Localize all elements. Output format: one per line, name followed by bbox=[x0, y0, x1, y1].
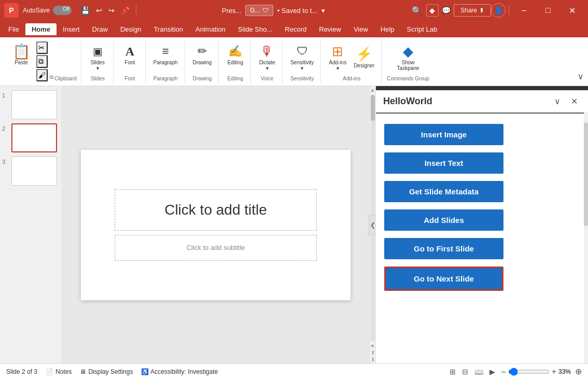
cut-button[interactable]: ✂ bbox=[36, 41, 48, 54]
main-area: 1 2 3 Click to add title Click to add su… bbox=[0, 86, 588, 363]
close-button[interactable]: ✕ bbox=[560, 2, 584, 19]
fit-to-window-button[interactable]: ⊕ bbox=[575, 367, 582, 376]
tab-record[interactable]: Record bbox=[278, 23, 313, 35]
display-label: Display Settings bbox=[88, 368, 133, 375]
go-to-first-slide-button[interactable]: Go to First Slide bbox=[384, 238, 503, 259]
slide-3-thumbnail[interactable] bbox=[11, 157, 57, 186]
quickaccess-button[interactable]: 📌 bbox=[118, 4, 133, 17]
copy-button[interactable]: ⧉ bbox=[36, 55, 48, 68]
panel-collapse-arrow[interactable]: ❮ bbox=[369, 215, 376, 235]
status-left: Slide 2 of 3 📄 Notes 🖥 Display Settings … bbox=[6, 368, 218, 375]
display-icon: 🖥 bbox=[80, 368, 86, 375]
tab-view[interactable]: View bbox=[347, 23, 374, 35]
format-painter-button[interactable]: 🖌 bbox=[36, 69, 48, 81]
zoom-out-button[interactable]: – bbox=[501, 367, 506, 376]
editing-button[interactable]: ✍ Editing bbox=[225, 41, 246, 67]
tab-transition[interactable]: Transition bbox=[147, 23, 189, 35]
paste-button[interactable]: 📋 Paste bbox=[8, 41, 34, 67]
show-taskpane-button[interactable]: ◆ Show Taskpane bbox=[395, 41, 422, 73]
scroll-up-arrow[interactable]: ▲ bbox=[370, 87, 375, 93]
search-button[interactable]: 🔍 bbox=[412, 6, 422, 16]
font-button[interactable]: A Font bbox=[119, 41, 141, 67]
scroll-prev-icon[interactable]: ⬆ bbox=[371, 350, 375, 356]
notes-icon: 📄 bbox=[46, 368, 53, 375]
slide-canvas[interactable]: Click to add title Click to add subtitle bbox=[81, 150, 351, 300]
clipboard-expand[interactable]: ⧉ bbox=[50, 74, 53, 81]
get-slide-metadata-button[interactable]: Get Slide Metadata bbox=[384, 181, 503, 202]
maximize-button[interactable]: □ bbox=[536, 2, 560, 19]
profile-button[interactable]: 👤 bbox=[491, 3, 506, 18]
redo-button[interactable]: ↪ bbox=[105, 4, 118, 17]
slide-2-wrapper[interactable]: 2 bbox=[2, 123, 60, 152]
slide-subtitle-area[interactable]: Click to add subtitle bbox=[115, 235, 317, 261]
side-panel-content: Insert Image Insert Text Get Slide Metad… bbox=[376, 114, 588, 363]
sensitivity-icon: 🛡 bbox=[294, 43, 311, 60]
slide-info: Slide 2 of 3 bbox=[6, 368, 37, 375]
zoom-slider[interactable] bbox=[508, 368, 550, 376]
canvas-area: Click to add title Click to add subtitle bbox=[62, 86, 369, 363]
addins-group: ⊞ Add-ins ▾ ⚡ Designer Add-ins bbox=[322, 39, 382, 83]
tab-animation[interactable]: Animation bbox=[189, 23, 232, 35]
side-panel-collapse-button[interactable]: ∨ bbox=[551, 95, 564, 107]
add-slides-button[interactable]: Add Slides bbox=[384, 209, 503, 231]
display-settings-button[interactable]: 🖥 Display Settings bbox=[80, 368, 133, 375]
tab-help[interactable]: Help bbox=[374, 23, 401, 35]
minimize-button[interactable]: – bbox=[512, 2, 536, 19]
slide-title-area[interactable]: Click to add title bbox=[115, 189, 317, 231]
tab-review[interactable]: Review bbox=[313, 23, 347, 35]
ribbon-chevron[interactable]: ∨ bbox=[578, 72, 584, 81]
slide-sorter-button[interactable]: ⊟ bbox=[460, 367, 470, 377]
scroll-thumb[interactable] bbox=[371, 95, 375, 121]
notes-button[interactable]: 📄 Notes bbox=[46, 368, 72, 375]
sensitivity-dropdown[interactable]: ▾ bbox=[301, 65, 303, 71]
scroll-down-arrow[interactable]: ▼ bbox=[370, 343, 375, 349]
drawing-button[interactable]: ✏ Drawing bbox=[190, 41, 215, 67]
insert-text-button[interactable]: Insert Text bbox=[384, 152, 503, 174]
clipboard-label: Clipboard bbox=[54, 74, 77, 81]
slide-2-thumbnail[interactable] bbox=[11, 123, 57, 152]
slideshow-view-button[interactable]: ▶ bbox=[487, 367, 497, 377]
commands-group-label: Commands Group bbox=[387, 74, 429, 81]
insert-image-button[interactable]: Insert Image bbox=[384, 124, 503, 145]
tab-slideshow[interactable]: Slide Sho... bbox=[232, 23, 279, 35]
side-panel-scrollbar-thumb[interactable] bbox=[584, 122, 588, 226]
tab-design[interactable]: Design bbox=[114, 23, 147, 35]
tab-home[interactable]: Home bbox=[25, 23, 57, 35]
side-panel-close-button[interactable]: ✕ bbox=[568, 95, 581, 107]
save-button[interactable]: 💾 bbox=[78, 4, 93, 17]
tab-file[interactable]: File bbox=[2, 23, 25, 35]
undo-button[interactable]: ↩ bbox=[93, 4, 105, 17]
g-button[interactable]: G... 🛡 bbox=[245, 5, 273, 16]
sensitivity-group-label: Sensitivity bbox=[290, 74, 314, 81]
editing-group: ✍ Editing Editing bbox=[220, 39, 251, 83]
go-to-next-slide-button[interactable]: Go to Next Slide bbox=[384, 266, 503, 291]
share-button[interactable]: Share ⬆ bbox=[454, 4, 491, 17]
tab-scriptlab[interactable]: Script Lab bbox=[401, 23, 444, 35]
dictate-dropdown[interactable]: ▾ bbox=[266, 65, 269, 71]
reading-view-button[interactable]: 📖 bbox=[472, 367, 485, 377]
comments-button[interactable]: 💬 bbox=[439, 4, 454, 17]
addins-dropdown[interactable]: ▾ bbox=[337, 65, 339, 71]
dropdown-icon[interactable]: ▾ bbox=[321, 7, 325, 15]
g-label: G... bbox=[250, 7, 260, 14]
sensitivity-button[interactable]: 🛡 Sensitivity ▾ bbox=[288, 41, 316, 73]
slide-1-wrapper[interactable]: 1 bbox=[2, 90, 60, 119]
autosave-toggle[interactable] bbox=[53, 6, 72, 15]
slide-3-wrapper[interactable]: 3 bbox=[2, 157, 60, 186]
tab-draw[interactable]: Draw bbox=[86, 23, 114, 35]
normal-view-button[interactable]: ⊞ bbox=[447, 367, 458, 377]
side-panel-scrollbar[interactable] bbox=[584, 112, 588, 363]
zoom-in-button[interactable]: + bbox=[552, 367, 556, 376]
dictate-button[interactable]: 🎙 Dictate ▾ bbox=[256, 41, 278, 73]
side-panel: HelloWorld ∨ ✕ ❮ Insert Image Insert Tex… bbox=[375, 86, 588, 363]
paragraph-button[interactable]: ≡ Paragraph bbox=[151, 41, 180, 67]
autosave-label: AutoSave bbox=[23, 7, 50, 14]
scroll-next-icon[interactable]: ⬇ bbox=[371, 357, 375, 362]
designer-icon: ⚡ bbox=[356, 46, 372, 63]
slides-button[interactable]: ▣ Slides ▾ bbox=[87, 41, 108, 73]
slide-1-thumbnail[interactable] bbox=[11, 90, 57, 119]
slides-dropdown-icon[interactable]: ▾ bbox=[96, 65, 99, 71]
designer-button[interactable]: ⚡ Designer bbox=[351, 45, 377, 70]
addins-button[interactable]: ⊞ Add-ins ▾ bbox=[326, 41, 349, 73]
tab-insert[interactable]: Insert bbox=[57, 23, 86, 35]
